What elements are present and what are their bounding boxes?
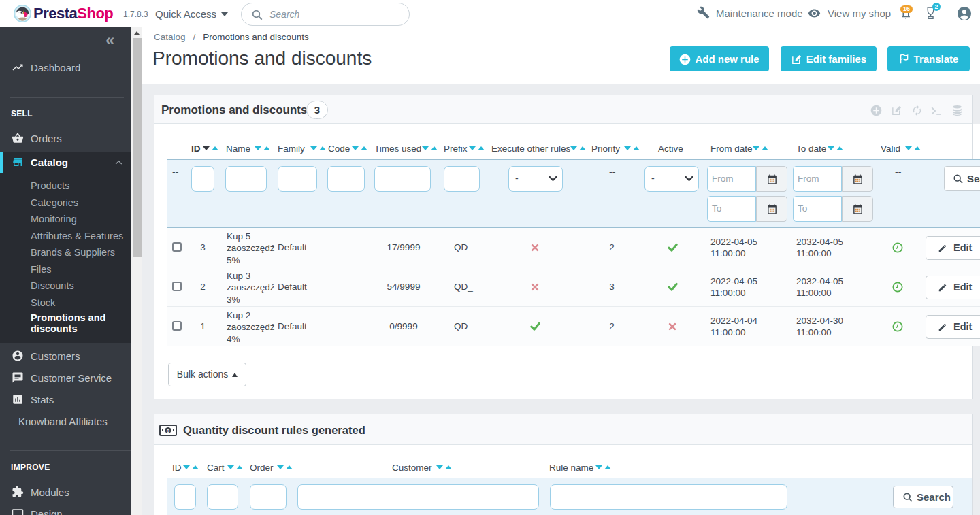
svg-text:0: 0 (167, 428, 170, 434)
